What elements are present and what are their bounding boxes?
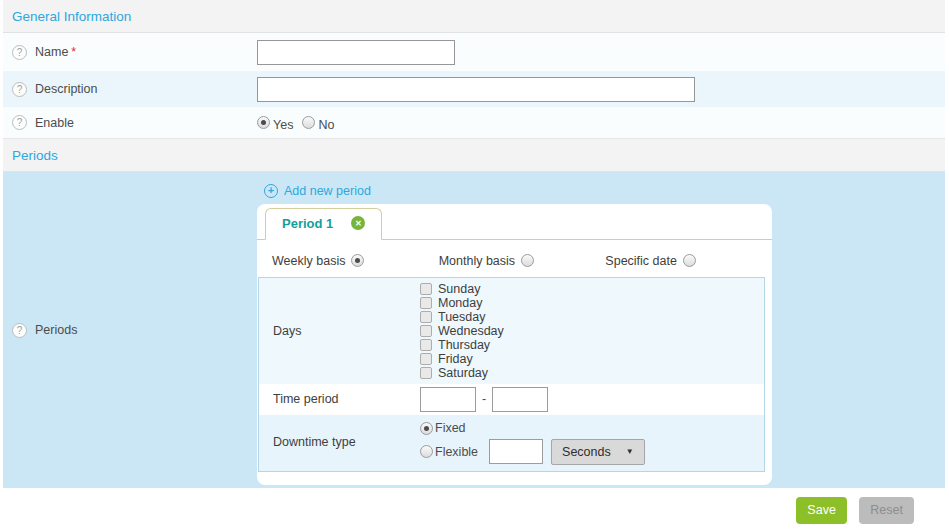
days-list: Sunday Monday Tuesday xyxy=(420,282,504,380)
sunday-label: Sunday xyxy=(438,282,480,296)
help-icon[interactable]: ? xyxy=(12,115,27,130)
friday-checkbox[interactable] xyxy=(420,353,432,365)
flexible-radio[interactable] xyxy=(420,445,433,458)
tab-period-1[interactable]: Period 1 ✕ xyxy=(265,208,382,240)
help-icon[interactable]: ? xyxy=(12,45,27,60)
save-button[interactable]: Save xyxy=(796,497,847,524)
periods-section: ? Periods + Add new period Period 1 ✕ We… xyxy=(3,172,945,488)
description-label-cell: ? Description xyxy=(3,82,257,97)
time-range-separator: - xyxy=(482,392,486,406)
basis-options-row: Weekly basis Monthly basis Specific date xyxy=(257,240,772,277)
duration-unit-select[interactable]: Seconds ▼ xyxy=(551,439,645,465)
downtime-form: General Information ? Name* ? Descriptio… xyxy=(0,0,949,524)
tuesday-label: Tuesday xyxy=(438,310,485,324)
enable-label: Enable xyxy=(35,116,74,130)
specific-date-radio[interactable] xyxy=(683,254,696,267)
thursday-checkbox[interactable] xyxy=(420,339,432,351)
day-item-wednesday: Wednesday xyxy=(420,324,504,338)
day-item-tuesday: Tuesday xyxy=(420,310,504,324)
add-new-period-label: Add new period xyxy=(284,184,371,198)
weekly-basis-option: Weekly basis xyxy=(272,254,439,268)
form-row-name: ? Name* xyxy=(3,33,945,71)
time-period-label: Time period xyxy=(259,392,420,406)
enable-no-radio[interactable] xyxy=(302,116,315,129)
enable-options: Yes No xyxy=(257,116,343,130)
downtime-type-row: Downtime type Fixed Flexible xyxy=(259,415,764,471)
period-settings-table: Days Sunday Monday xyxy=(258,277,765,472)
form-footer: Save Reset xyxy=(3,488,945,524)
monthly-basis-radio[interactable] xyxy=(521,254,534,267)
general-information-title: General Information xyxy=(12,9,131,24)
flexible-label: Flexible xyxy=(435,445,478,459)
periods-header: Periods xyxy=(3,138,945,172)
description-label: Description xyxy=(35,82,98,96)
downtime-type-options: Fixed Flexible Seconds ▼ xyxy=(420,420,645,465)
thursday-label: Thursday xyxy=(438,338,490,352)
days-row: Days Sunday Monday xyxy=(259,278,764,384)
periods-label-cell: ? Periods xyxy=(3,172,257,488)
enable-yes-label: Yes xyxy=(273,118,293,132)
specific-date-option: Specific date xyxy=(605,254,772,268)
name-label: Name* xyxy=(35,45,76,59)
wednesday-label: Wednesday xyxy=(438,324,504,338)
period-panel: Period 1 ✕ Weekly basis Monthly basis Sp… xyxy=(257,204,772,485)
fixed-radio[interactable] xyxy=(420,422,433,435)
duration-input[interactable] xyxy=(489,439,543,464)
day-item-sunday: Sunday xyxy=(420,282,504,296)
downtime-type-label: Downtime type xyxy=(259,435,420,449)
tab-period-1-label: Period 1 xyxy=(282,216,333,231)
time-start-input[interactable] xyxy=(420,387,476,412)
periods-title: Periods xyxy=(12,148,58,163)
name-input[interactable] xyxy=(257,40,455,65)
saturday-checkbox[interactable] xyxy=(420,367,432,379)
time-period-row: Time period - xyxy=(259,384,764,415)
days-label: Days xyxy=(259,324,420,338)
plus-circle-icon: + xyxy=(264,184,278,198)
enable-yes-radio[interactable] xyxy=(257,116,270,129)
day-item-monday: Monday xyxy=(420,296,504,310)
fixed-option: Fixed xyxy=(420,420,645,437)
form-row-enable: ? Enable Yes No xyxy=(3,107,945,138)
period-tabstrip: Period 1 ✕ xyxy=(257,204,772,240)
add-new-period-link[interactable]: + Add new period xyxy=(264,184,371,198)
weekly-basis-label: Weekly basis xyxy=(272,254,345,268)
required-asterisk: * xyxy=(71,45,76,59)
description-input[interactable] xyxy=(257,77,695,102)
monthly-basis-label: Monthly basis xyxy=(439,254,515,268)
saturday-label: Saturday xyxy=(438,366,488,380)
periods-label: Periods xyxy=(35,323,77,337)
fixed-label: Fixed xyxy=(435,421,466,435)
day-item-thursday: Thursday xyxy=(420,338,504,352)
enable-label-cell: ? Enable xyxy=(3,115,257,130)
enable-no-label: No xyxy=(318,118,334,132)
flexible-option: Flexible Seconds ▼ xyxy=(420,439,645,465)
specific-date-label: Specific date xyxy=(605,254,677,268)
periods-content: + Add new period Period 1 ✕ Weekly basis xyxy=(257,172,772,488)
help-icon[interactable]: ? xyxy=(12,82,27,97)
help-icon[interactable]: ? xyxy=(12,323,27,338)
tab-close-icon[interactable]: ✕ xyxy=(351,216,365,230)
form-row-description: ? Description xyxy=(3,71,945,107)
day-item-saturday: Saturday xyxy=(420,366,504,380)
monday-checkbox[interactable] xyxy=(420,297,432,309)
general-information-header: General Information xyxy=(3,0,945,33)
wednesday-checkbox[interactable] xyxy=(420,325,432,337)
monthly-basis-option: Monthly basis xyxy=(439,254,606,268)
monday-label: Monday xyxy=(438,296,482,310)
time-end-input[interactable] xyxy=(492,387,548,412)
chevron-down-icon: ▼ xyxy=(626,447,634,456)
weekly-basis-radio[interactable] xyxy=(351,254,364,267)
reset-button[interactable]: Reset xyxy=(859,497,914,524)
name-label-cell: ? Name* xyxy=(3,45,257,60)
duration-unit-value: Seconds xyxy=(562,445,611,459)
day-item-friday: Friday xyxy=(420,352,504,366)
sunday-checkbox[interactable] xyxy=(420,283,432,295)
friday-label: Friday xyxy=(438,352,473,366)
tuesday-checkbox[interactable] xyxy=(420,311,432,323)
